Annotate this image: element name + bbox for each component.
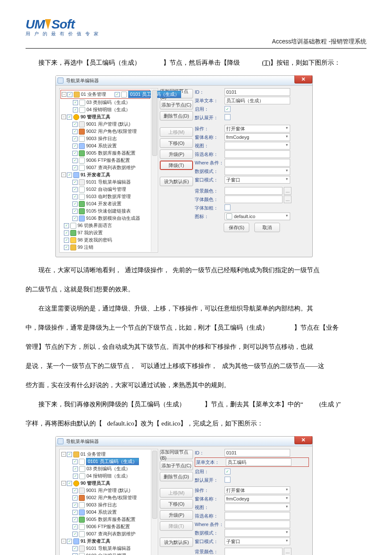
tree-node-90[interactable]: −✓90 管理员工具	[61, 480, 158, 487]
tree-node[interactable]: ✓9101 导航菜单编辑器	[61, 178, 158, 186]
move-down-button[interactable]: 下移(O)	[160, 138, 193, 148]
add-child-button[interactable]: 添加子节点(C)	[160, 461, 193, 470]
tree-node[interactable]: ✓9005 数据库服务器配置	[61, 516, 158, 523]
checkbox[interactable]: ✓	[115, 92, 120, 97]
winmode-dropdown[interactable]: 子窗口	[225, 176, 290, 184]
filter-field[interactable]	[225, 150, 290, 158]
body-paragraph: 在这里需要说明的是，通过降级、升级、上移，下移操作，可以任意组织导航菜单的内部结…	[26, 302, 366, 315]
scrollbar-thumb[interactable]	[152, 451, 157, 519]
tree-node-91[interactable]: −✓91 开发者工具	[61, 538, 158, 545]
expand-checkbox[interactable]	[225, 477, 231, 483]
tree-node[interactable]: ✓97 我的设置	[61, 229, 158, 236]
nav-tree[interactable]: − ✓ 01 业务管理 ✓ 0101 员工编码（生成） ✓03 类别编码（生成）…	[59, 88, 158, 253]
tree-node[interactable]: ✓96 切换界面语言	[61, 222, 158, 229]
tree-node[interactable]: ✓98 更改我的密码	[61, 236, 158, 244]
promote-button[interactable]: 升级(P)	[160, 150, 193, 159]
tree-node-01[interactable]: − ✓ 01 业务管理 ✓ 0101 员工编码（生成）	[61, 90, 150, 99]
tree-node[interactable]: ✓9002 用户角色/权限管理	[61, 494, 158, 501]
tree-node[interactable]: ✓9003 操作日志	[61, 501, 158, 509]
view-dropdown[interactable]	[225, 142, 290, 150]
close-button[interactable]: ✕	[294, 75, 312, 83]
action-dropdown[interactable]: 打开窗体	[225, 486, 290, 494]
action-dropdown[interactable]: 打开窗体	[225, 125, 290, 132]
bold-checkbox[interactable]	[225, 204, 231, 210]
tree-node[interactable]: ✓04 报销明细（生成）	[61, 106, 158, 113]
page-icon	[79, 553, 85, 555]
bgcolor-field[interactable]	[225, 187, 282, 195]
demote-button[interactable]: 降级(T)	[160, 161, 193, 170]
scrollbar[interactable]	[151, 89, 157, 252]
filter-field[interactable]	[225, 512, 290, 520]
winmode-dropdown[interactable]: 子窗口	[225, 538, 290, 545]
tree-node[interactable]: ✓9003 操作日志	[61, 135, 158, 142]
delete-node-button[interactable]: 删除节点(D)	[160, 111, 193, 121]
tree-node[interactable]: ✓03 类别编码（生成）	[61, 465, 158, 472]
tree-node[interactable]: ✓9103 临时数据库管理	[61, 193, 158, 200]
tree-node[interactable]: ✓9105 快速创建链接表	[61, 207, 158, 215]
close-button[interactable]: ✕	[294, 436, 312, 444]
view-dropdown[interactable]	[225, 503, 290, 511]
enable-checkbox[interactable]: ✓	[225, 469, 231, 474]
tree-node[interactable]: ✓9102 自动编号管理	[61, 186, 158, 193]
demote-button[interactable]: 降级(T)	[160, 521, 193, 531]
move-up-button[interactable]: 上移(M)	[160, 488, 193, 497]
tree-node[interactable]: ✓9001 用户管理 (默认)	[61, 121, 158, 128]
enable-checkbox[interactable]: ✓	[225, 106, 231, 112]
where-field[interactable]	[225, 520, 290, 528]
datamode-dropdown[interactable]	[225, 167, 290, 175]
scrollbar-thumb[interactable]	[152, 90, 157, 156]
lock-icon	[79, 129, 85, 135]
form-name-dropdown[interactable]: frmCodeyg	[225, 133, 290, 141]
bgcolor-field[interactable]	[225, 548, 282, 555]
tree-node[interactable]: ✓9104 开发者设置	[61, 200, 158, 207]
add-child-button[interactable]: 添加子节点(C)	[160, 100, 193, 109]
bgcolor-picker-button[interactable]: …	[284, 187, 291, 195]
tree-node-01[interactable]: −✓01 业务管理	[61, 451, 158, 458]
id-field[interactable]: 0101	[225, 449, 290, 457]
delete-node-button[interactable]: 删除节点(D)	[160, 472, 193, 481]
bgcolor-picker-button[interactable]: …	[284, 548, 291, 555]
tree-node-91[interactable]: −✓91 开发者工具	[61, 171, 158, 178]
scrollbar[interactable]	[151, 450, 157, 555]
set-default-button[interactable]: 设为默认(E)	[160, 177, 193, 186]
add-same-level-button[interactable]: 添加同级节点(B)	[160, 450, 193, 459]
expand-icon[interactable]: −	[62, 92, 66, 97]
menu-text-field[interactable]: 员工编码（生成）	[225, 97, 290, 104]
tree-node[interactable]: ✓9004 系统设置	[61, 509, 158, 516]
icon-dropdown[interactable]: default.ico	[225, 213, 290, 220]
fontcolor-field[interactable]	[225, 196, 282, 203]
tree-node[interactable]: ✓9006 FTP服务器配置	[61, 523, 158, 530]
checkbox[interactable]: ✓	[67, 92, 72, 97]
tree-node[interactable]: ✓04 报销明细（生成）	[61, 472, 158, 480]
nav-tree[interactable]: −✓01 业务管理 ✓0101 员工编码（生成） ✓03 类别编码（生成） ✓0…	[59, 449, 158, 555]
move-down-button[interactable]: 下移(O)	[160, 499, 193, 509]
tree-node[interactable]: ✓99 注销	[61, 244, 158, 251]
tree-node[interactable]: ✓9002 用户角色/权限管理	[61, 128, 158, 135]
expand-checkbox[interactable]	[225, 114, 231, 120]
tree-node-90[interactable]: −✓90 管理员工具	[61, 113, 158, 121]
save-button[interactable]: 保存(S)	[224, 223, 249, 232]
promote-button[interactable]: 升级(P)	[160, 510, 193, 520]
id-field[interactable]: 0101	[225, 88, 290, 96]
tree-node[interactable]: ✓9001 用户管理 (默认)	[61, 487, 158, 494]
tree-node[interactable]: ✓9101 导航菜单编辑器	[61, 545, 158, 552]
tree-node-selected[interactable]: ✓0101 员工编码（生成）	[61, 458, 158, 465]
screenshot-1: 导航菜单编辑器 ✕ − ✓ 01 业务管理 ✓ 0101 员工编	[55, 75, 313, 257]
tree-node[interactable]: ✓9005 数据库服务器配置	[61, 150, 158, 157]
where-field[interactable]	[225, 159, 290, 167]
set-default-button[interactable]: 设为默认(E)	[160, 538, 193, 547]
tree-node[interactable]: ✓9007 查询列表数据维护	[61, 530, 158, 538]
menu-text-field[interactable]: 员工编码	[226, 458, 291, 466]
tree-node[interactable]: ✓9102 自动编号管理	[61, 552, 158, 555]
tree-node[interactable]: ✓9006 FTP服务器配置	[61, 157, 158, 164]
tree-node[interactable]: ✓9106 数据模块自动生成器	[61, 215, 158, 222]
cancel-button[interactable]: 取消	[254, 223, 280, 232]
tree-node[interactable]: ✓9007 查询列表数据维护	[61, 164, 158, 171]
icon-label: 图标：	[195, 213, 225, 220]
tree-node[interactable]: ✓03 类别编码（生成）	[61, 99, 158, 106]
tree-node[interactable]: ✓9004 系统设置	[61, 142, 158, 150]
form-name-dropdown[interactable]: frmCodeyg	[225, 495, 290, 503]
datamode-dropdown[interactable]	[225, 529, 290, 537]
move-up-button[interactable]: 上移(M)	[160, 127, 193, 137]
fontcolor-picker-button[interactable]: …	[284, 196, 291, 203]
